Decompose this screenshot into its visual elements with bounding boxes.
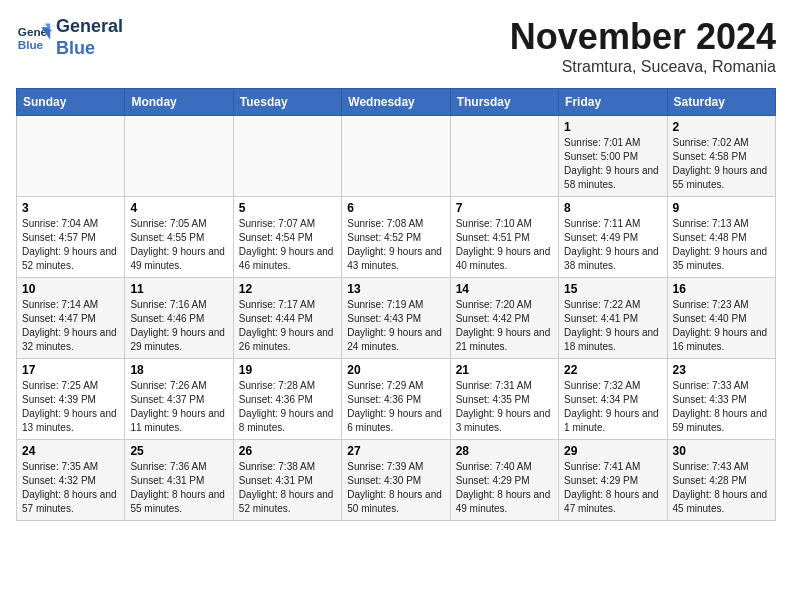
calendar-cell: [450, 116, 558, 197]
day-number: 26: [239, 444, 336, 458]
calendar-cell: [17, 116, 125, 197]
day-number: 30: [673, 444, 770, 458]
day-info: Sunrise: 7:17 AM Sunset: 4:44 PM Dayligh…: [239, 298, 336, 354]
day-number: 25: [130, 444, 227, 458]
calendar-week-row: 3Sunrise: 7:04 AM Sunset: 4:57 PM Daylig…: [17, 197, 776, 278]
day-info: Sunrise: 7:07 AM Sunset: 4:54 PM Dayligh…: [239, 217, 336, 273]
day-number: 14: [456, 282, 553, 296]
weekday-header-sunday: Sunday: [17, 89, 125, 116]
location-subtitle: Stramtura, Suceava, Romania: [510, 58, 776, 76]
logo: General Blue General Blue: [16, 16, 123, 59]
day-info: Sunrise: 7:26 AM Sunset: 4:37 PM Dayligh…: [130, 379, 227, 435]
weekday-header-friday: Friday: [559, 89, 667, 116]
day-info: Sunrise: 7:13 AM Sunset: 4:48 PM Dayligh…: [673, 217, 770, 273]
day-number: 7: [456, 201, 553, 215]
day-info: Sunrise: 7:41 AM Sunset: 4:29 PM Dayligh…: [564, 460, 661, 516]
logo-icon: General Blue: [16, 20, 52, 56]
weekday-header-monday: Monday: [125, 89, 233, 116]
calendar-cell: [233, 116, 341, 197]
calendar-cell: 19Sunrise: 7:28 AM Sunset: 4:36 PM Dayli…: [233, 359, 341, 440]
calendar-cell: 23Sunrise: 7:33 AM Sunset: 4:33 PM Dayli…: [667, 359, 775, 440]
calendar-cell: [342, 116, 450, 197]
calendar-cell: 10Sunrise: 7:14 AM Sunset: 4:47 PM Dayli…: [17, 278, 125, 359]
day-info: Sunrise: 7:28 AM Sunset: 4:36 PM Dayligh…: [239, 379, 336, 435]
calendar-cell: [125, 116, 233, 197]
day-info: Sunrise: 7:20 AM Sunset: 4:42 PM Dayligh…: [456, 298, 553, 354]
calendar-week-row: 1Sunrise: 7:01 AM Sunset: 5:00 PM Daylig…: [17, 116, 776, 197]
day-number: 19: [239, 363, 336, 377]
logo-text-general: General: [56, 16, 123, 38]
calendar-cell: 4Sunrise: 7:05 AM Sunset: 4:55 PM Daylig…: [125, 197, 233, 278]
day-info: Sunrise: 7:22 AM Sunset: 4:41 PM Dayligh…: [564, 298, 661, 354]
calendar-cell: 6Sunrise: 7:08 AM Sunset: 4:52 PM Daylig…: [342, 197, 450, 278]
svg-text:Blue: Blue: [18, 37, 44, 50]
day-info: Sunrise: 7:40 AM Sunset: 4:29 PM Dayligh…: [456, 460, 553, 516]
day-number: 2: [673, 120, 770, 134]
calendar-cell: 2Sunrise: 7:02 AM Sunset: 4:58 PM Daylig…: [667, 116, 775, 197]
day-number: 17: [22, 363, 119, 377]
day-number: 12: [239, 282, 336, 296]
day-info: Sunrise: 7:10 AM Sunset: 4:51 PM Dayligh…: [456, 217, 553, 273]
day-info: Sunrise: 7:08 AM Sunset: 4:52 PM Dayligh…: [347, 217, 444, 273]
day-number: 3: [22, 201, 119, 215]
calendar-cell: 12Sunrise: 7:17 AM Sunset: 4:44 PM Dayli…: [233, 278, 341, 359]
calendar-cell: 7Sunrise: 7:10 AM Sunset: 4:51 PM Daylig…: [450, 197, 558, 278]
calendar-cell: 25Sunrise: 7:36 AM Sunset: 4:31 PM Dayli…: [125, 440, 233, 521]
calendar-cell: 1Sunrise: 7:01 AM Sunset: 5:00 PM Daylig…: [559, 116, 667, 197]
day-info: Sunrise: 7:19 AM Sunset: 4:43 PM Dayligh…: [347, 298, 444, 354]
weekday-header-tuesday: Tuesday: [233, 89, 341, 116]
title-area: November 2024 Stramtura, Suceava, Romani…: [510, 16, 776, 76]
day-number: 9: [673, 201, 770, 215]
calendar-cell: 14Sunrise: 7:20 AM Sunset: 4:42 PM Dayli…: [450, 278, 558, 359]
calendar-cell: 22Sunrise: 7:32 AM Sunset: 4:34 PM Dayli…: [559, 359, 667, 440]
day-info: Sunrise: 7:29 AM Sunset: 4:36 PM Dayligh…: [347, 379, 444, 435]
weekday-header-wednesday: Wednesday: [342, 89, 450, 116]
calendar-week-row: 10Sunrise: 7:14 AM Sunset: 4:47 PM Dayli…: [17, 278, 776, 359]
calendar-cell: 17Sunrise: 7:25 AM Sunset: 4:39 PM Dayli…: [17, 359, 125, 440]
calendar-cell: 13Sunrise: 7:19 AM Sunset: 4:43 PM Dayli…: [342, 278, 450, 359]
calendar-cell: 8Sunrise: 7:11 AM Sunset: 4:49 PM Daylig…: [559, 197, 667, 278]
calendar-cell: 24Sunrise: 7:35 AM Sunset: 4:32 PM Dayli…: [17, 440, 125, 521]
day-info: Sunrise: 7:14 AM Sunset: 4:47 PM Dayligh…: [22, 298, 119, 354]
day-number: 10: [22, 282, 119, 296]
weekday-header-row: SundayMondayTuesdayWednesdayThursdayFrid…: [17, 89, 776, 116]
day-info: Sunrise: 7:38 AM Sunset: 4:31 PM Dayligh…: [239, 460, 336, 516]
calendar-cell: 18Sunrise: 7:26 AM Sunset: 4:37 PM Dayli…: [125, 359, 233, 440]
day-number: 11: [130, 282, 227, 296]
calendar-cell: 27Sunrise: 7:39 AM Sunset: 4:30 PM Dayli…: [342, 440, 450, 521]
weekday-header-saturday: Saturday: [667, 89, 775, 116]
calendar-cell: 20Sunrise: 7:29 AM Sunset: 4:36 PM Dayli…: [342, 359, 450, 440]
month-title: November 2024: [510, 16, 776, 58]
calendar-cell: 5Sunrise: 7:07 AM Sunset: 4:54 PM Daylig…: [233, 197, 341, 278]
day-info: Sunrise: 7:05 AM Sunset: 4:55 PM Dayligh…: [130, 217, 227, 273]
calendar-table: SundayMondayTuesdayWednesdayThursdayFrid…: [16, 88, 776, 521]
calendar-cell: 28Sunrise: 7:40 AM Sunset: 4:29 PM Dayli…: [450, 440, 558, 521]
day-number: 27: [347, 444, 444, 458]
day-number: 1: [564, 120, 661, 134]
day-number: 6: [347, 201, 444, 215]
day-info: Sunrise: 7:02 AM Sunset: 4:58 PM Dayligh…: [673, 136, 770, 192]
day-number: 5: [239, 201, 336, 215]
day-number: 4: [130, 201, 227, 215]
header: General Blue General Blue November 2024 …: [16, 16, 776, 76]
day-number: 24: [22, 444, 119, 458]
calendar-cell: 15Sunrise: 7:22 AM Sunset: 4:41 PM Dayli…: [559, 278, 667, 359]
day-number: 18: [130, 363, 227, 377]
day-number: 29: [564, 444, 661, 458]
day-number: 8: [564, 201, 661, 215]
day-number: 22: [564, 363, 661, 377]
logo-text-blue: Blue: [56, 38, 123, 60]
day-info: Sunrise: 7:35 AM Sunset: 4:32 PM Dayligh…: [22, 460, 119, 516]
weekday-header-thursday: Thursday: [450, 89, 558, 116]
day-info: Sunrise: 7:16 AM Sunset: 4:46 PM Dayligh…: [130, 298, 227, 354]
calendar-week-row: 17Sunrise: 7:25 AM Sunset: 4:39 PM Dayli…: [17, 359, 776, 440]
day-number: 28: [456, 444, 553, 458]
day-number: 23: [673, 363, 770, 377]
day-number: 15: [564, 282, 661, 296]
day-info: Sunrise: 7:43 AM Sunset: 4:28 PM Dayligh…: [673, 460, 770, 516]
day-number: 20: [347, 363, 444, 377]
day-info: Sunrise: 7:32 AM Sunset: 4:34 PM Dayligh…: [564, 379, 661, 435]
day-info: Sunrise: 7:39 AM Sunset: 4:30 PM Dayligh…: [347, 460, 444, 516]
day-number: 16: [673, 282, 770, 296]
calendar-week-row: 24Sunrise: 7:35 AM Sunset: 4:32 PM Dayli…: [17, 440, 776, 521]
